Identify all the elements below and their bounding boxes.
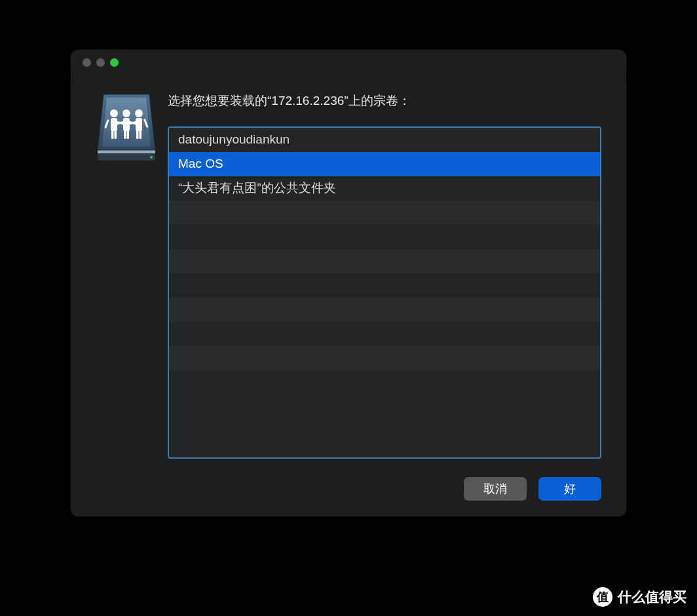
titlebar (71, 50, 626, 75)
list-item (169, 201, 600, 225)
svg-rect-6 (115, 130, 117, 139)
svg-rect-13 (136, 130, 139, 139)
svg-rect-9 (124, 130, 126, 139)
minimize-icon[interactable] (96, 58, 105, 67)
close-icon[interactable] (83, 58, 91, 67)
ok-button[interactable]: 好 (538, 477, 601, 501)
list-item (169, 346, 600, 370)
list-item[interactable]: datoujunyoudiankun (169, 128, 600, 152)
svg-rect-1 (98, 150, 155, 153)
zoom-icon[interactable] (110, 58, 119, 67)
icon-column (96, 92, 168, 459)
list-item[interactable]: Mac OS (169, 152, 600, 176)
svg-rect-5 (111, 130, 114, 139)
dialog-content: 选择您想要装载的“172.16.2.236”上的宗卷： datoujunyoud… (71, 75, 626, 465)
dialog-window: 选择您想要装载的“172.16.2.236”上的宗卷： datoujunyoud… (71, 50, 626, 516)
svg-point-7 (122, 109, 130, 117)
watermark-text: 什么值得买 (618, 588, 687, 606)
list-item (169, 298, 600, 322)
watermark-badge: 值 (593, 587, 612, 607)
svg-point-2 (150, 156, 153, 159)
cancel-button[interactable]: 取消 (464, 477, 527, 501)
prompt-text: 选择您想要装载的“172.16.2.236”上的宗卷： (168, 92, 601, 111)
network-volume-icon (96, 92, 157, 164)
list-item (169, 322, 600, 346)
watermark: 值 什么值得买 (593, 587, 687, 607)
list-item (169, 225, 600, 249)
list-item[interactable]: “大头君有点困”的公共文件夹 (169, 176, 600, 201)
svg-point-11 (135, 109, 143, 117)
list-item (169, 273, 600, 298)
svg-rect-14 (140, 130, 142, 139)
svg-rect-10 (127, 130, 130, 139)
volume-listbox[interactable]: datoujunyoudiankunMac OS“大头君有点困”的公共文件夹 (168, 126, 601, 459)
list-item (169, 249, 600, 273)
button-bar: 取消 好 (71, 465, 626, 516)
main-column: 选择您想要装载的“172.16.2.236”上的宗卷： datoujunyoud… (168, 92, 601, 459)
svg-point-3 (110, 109, 118, 117)
list-item (169, 370, 600, 395)
